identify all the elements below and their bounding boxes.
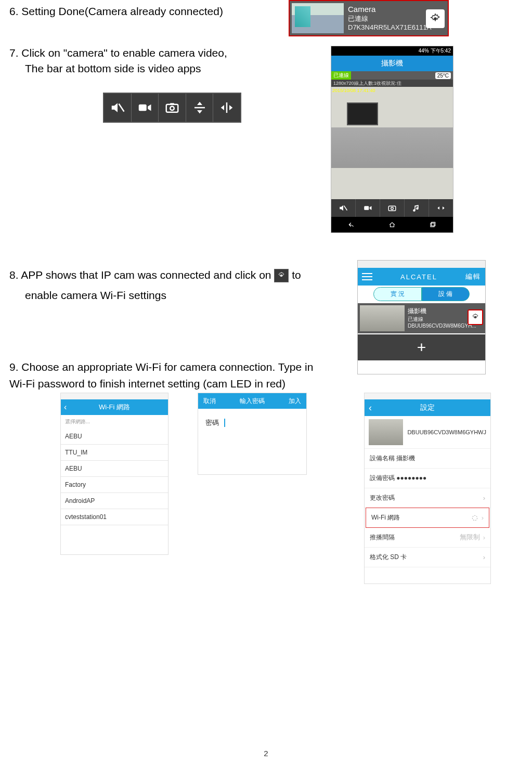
nav-back-button[interactable] (331, 217, 372, 232)
p7-music-button[interactable] (405, 199, 429, 217)
camera-icon (164, 100, 180, 115)
connected-badge: 已連線 (331, 71, 351, 80)
chevron-right-icon: › (483, 534, 485, 541)
chevron-right-icon: › (482, 514, 484, 522)
st-statusbar (365, 393, 490, 399)
brand-label: ALCATEL (400, 273, 437, 281)
step-9b: Wi-Fi password to finish internet settin… (9, 375, 313, 392)
wifi-item[interactable]: cvteststation01 (61, 509, 168, 525)
phone7-title: 攝影機 (331, 56, 453, 71)
tab-device[interactable]: 設 備 (422, 287, 470, 301)
svg-rect-2 (139, 105, 147, 111)
svg-rect-3 (166, 105, 178, 112)
st-push-right: 無限制 › (460, 533, 485, 542)
camera-card-gear-button[interactable] (426, 9, 445, 28)
phone7-meta: 1280x720線上人數:1收視狀況:佳 (331, 80, 453, 87)
step-7-subtext: The bar at bottom side is video apps (25, 62, 201, 75)
phone7-toolbar (331, 199, 453, 217)
inline-gear-button[interactable] (274, 269, 289, 282)
p7-record-button[interactable] (356, 199, 380, 217)
snapshot-button[interactable] (159, 94, 186, 122)
p7-flip-button[interactable] (429, 199, 453, 217)
svg-line-8 (344, 206, 347, 211)
wl-back-button[interactable]: ‹ (64, 403, 67, 412)
st-push-row[interactable]: 推播間隔 無限制 › (365, 527, 490, 548)
mute-icon (110, 100, 125, 115)
chevron-right-icon: › (483, 494, 485, 502)
st-preview (369, 419, 403, 445)
tab-live[interactable]: 實 況 (373, 287, 422, 301)
settings-screen: ‹ 設定 DBUUB96CVD3W8M6GYHWJ 設備名稱 攝影機 設備密碼 … (364, 393, 491, 584)
st-sd-label: 格式化 SD 卡 (370, 553, 407, 562)
gear-icon (277, 271, 286, 280)
camera-card: Camera 已連線 D7K3N4RR5LAX71E6111A (289, 0, 449, 36)
nav-home-button[interactable] (372, 217, 412, 232)
flip-h-icon (219, 100, 235, 115)
p8-statusbar (358, 261, 485, 268)
camera-icon (387, 203, 397, 213)
pw-cancel-button[interactable]: 取消 (203, 397, 216, 406)
mute-button[interactable] (104, 94, 132, 122)
wl-title: Wi-Fi 網路 (99, 403, 130, 412)
recent-icon (429, 221, 436, 228)
spinner-icon (471, 514, 478, 522)
p7-mute-button[interactable] (331, 199, 356, 217)
p8-header: ALCATEL 編輯 (358, 268, 485, 286)
text-cursor (224, 419, 225, 427)
st-change-pw-label: 更改密碼 (370, 494, 395, 502)
edit-button[interactable]: 編輯 (465, 272, 481, 281)
wifi-item[interactable]: AEBU (61, 429, 168, 445)
svg-rect-12 (431, 223, 434, 227)
pw-input-row[interactable]: 密碼 (198, 409, 306, 437)
step-9-text: 9. Choose an appropriate Wi-Fi for camer… (9, 359, 313, 392)
mute-icon (339, 203, 348, 213)
st-sd-row[interactable]: 格式化 SD 卡 › (365, 548, 490, 567)
gear-icon (430, 13, 441, 24)
wifi-item[interactable]: Factory (61, 477, 168, 493)
phone7-infobar: 已連線 25°C (331, 71, 453, 80)
phone-step7: 44% 下午5:42 攝影機 已連線 25°C 1280x720線上人數:1收視… (331, 46, 453, 233)
pw-title: 輸入密碼 (240, 397, 265, 406)
pw-join-button[interactable]: 加入 (289, 397, 301, 406)
camera-card-id: D7K3N4RR5LAX71E6111A (348, 23, 431, 32)
st-name-label: 設備名稱 攝影機 (370, 454, 415, 463)
phone7-video[interactable]: 2015/10/08 17:41:40 (331, 87, 453, 199)
step-8-pre: 8. APP shows that IP cam was connected a… (9, 269, 274, 281)
st-wifi-row[interactable]: Wi-Fi 網路 › (366, 508, 489, 528)
page-number: 2 (0, 749, 532, 758)
st-back-button[interactable]: ‹ (369, 403, 372, 413)
st-pw-label: 設備密碼 ●●●●●●●● (370, 474, 426, 483)
flip-horizontal-button[interactable] (213, 94, 240, 122)
chevron-right-icon: › (483, 553, 485, 561)
wifi-item[interactable]: AndroidAP (61, 493, 168, 509)
video-icon (363, 203, 372, 213)
p8-tabs: 實 況 設 備 (358, 286, 485, 302)
st-device-name-row[interactable]: 設備名稱 攝影機 (365, 449, 490, 469)
st-wifi-right: › (471, 514, 484, 522)
svg-point-16 (472, 515, 477, 520)
step-8-post: to (292, 269, 301, 281)
flip-vertical-button[interactable] (186, 94, 214, 122)
p8-gear-button[interactable] (468, 309, 483, 325)
st-push-value: 無限制 (460, 533, 480, 542)
p8-cam-status: 已連線 (408, 316, 476, 322)
wifi-item[interactable]: AEBU (61, 461, 168, 477)
wl-statusbar (61, 393, 168, 399)
wifi-item[interactable]: TTU_IM (61, 445, 168, 461)
camera-card-title: Camera (348, 4, 431, 15)
pw-header: 取消 輸入密碼 加入 (198, 393, 306, 409)
svg-rect-9 (364, 206, 369, 210)
home-icon (388, 221, 396, 228)
st-device-pw-row[interactable]: 設備密碼 ●●●●●●●● (365, 469, 490, 488)
menu-button[interactable] (362, 273, 372, 280)
svg-line-1 (119, 104, 124, 112)
svg-rect-13 (432, 222, 435, 226)
p7-snapshot-button[interactable] (380, 199, 405, 217)
p8-camera-row[interactable]: 攝影機 已連線 DBUUB96CVD3W8M6GYH... (358, 303, 485, 333)
st-change-pw-row[interactable]: 更改密碼 › (365, 488, 490, 508)
nav-recent-button[interactable] (412, 217, 453, 232)
phone-step8: ALCATEL 編輯 實 況 設 備 攝影機 已連線 DBUUB96CVD3W8… (357, 260, 486, 374)
svg-rect-10 (388, 206, 396, 211)
record-button[interactable] (132, 94, 159, 122)
add-camera-button[interactable]: + (358, 334, 485, 360)
